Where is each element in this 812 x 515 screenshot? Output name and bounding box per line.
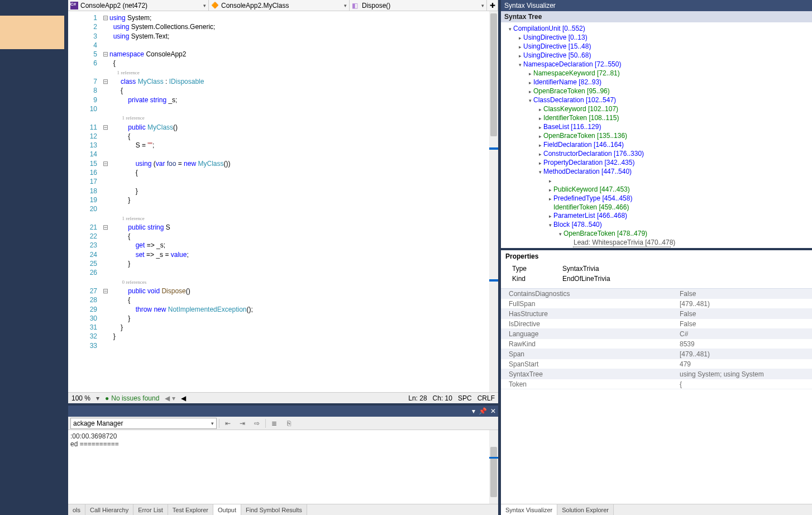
tree-node[interactable]: ▸PropertyDeclaration [342..435)	[502, 159, 811, 168]
close-icon[interactable]: ✕	[490, 407, 496, 415]
split-button[interactable]: ✚	[487, 0, 498, 11]
output-scrollbar[interactable]	[489, 430, 498, 504]
expander-icon[interactable]: ▸	[537, 159, 543, 168]
expander-icon[interactable]: ▸	[537, 115, 543, 123]
code-editor[interactable]: 1234567891011121314151617181920212223242…	[68, 11, 498, 392]
zoom-level[interactable]: 100 %	[71, 394, 90, 402]
property-row[interactable]: FullSpan[479..481)	[501, 299, 812, 309]
expander-icon[interactable]: ▸	[517, 34, 523, 42]
wrap-icon[interactable]: ⎘	[283, 418, 295, 429]
property-row[interactable]: Token{	[501, 379, 812, 389]
scroll-thumb[interactable]	[490, 13, 497, 136]
expander-icon[interactable]: ▸	[537, 141, 543, 150]
pin-icon[interactable]: 📌	[479, 407, 487, 415]
right-tab[interactable]: Syntax Visualizer	[501, 504, 557, 515]
property-row[interactable]: SpanStart479	[501, 359, 812, 369]
tree-node[interactable]: ▾ClassDeclaration [102..547)	[502, 96, 811, 105]
class-dropdown[interactable]: 🔶 ConsoleApp2.MyClass ▾	[209, 0, 350, 11]
tree-node[interactable]: ▸IdentifierName [82..93)	[502, 78, 811, 87]
tree-node[interactable]: ▸BaseList [116..129)	[502, 123, 811, 132]
property-row[interactable]: SyntaxTreeusing System; using System	[501, 369, 812, 379]
expander-icon[interactable]: ▾	[547, 221, 553, 230]
tree-node[interactable]: ▾MethodDeclaration [447..540)	[502, 168, 811, 177]
properties-summary: TypeSyntaxTriviaKindEndOfLineTrivia	[501, 263, 812, 288]
member-dropdown[interactable]: ◧ Dispose() ▾	[350, 0, 487, 11]
tree-node[interactable]: ▸UsingDirective [0..13)	[502, 34, 811, 42]
expander-icon[interactable]: ▸	[537, 106, 543, 114]
property-row[interactable]: HasStructureFalse	[501, 309, 812, 319]
property-row[interactable]: IsDirectiveFalse	[501, 319, 812, 329]
clear-icon[interactable]: ≣	[268, 418, 280, 429]
syntax-visualizer-panel: Syntax Visualizer Syntax Tree ▾Compilati…	[500, 0, 812, 515]
expander-icon[interactable]: ▾	[557, 230, 563, 239]
tree-node[interactable]: ▾NamespaceDeclaration [72..550)	[502, 60, 811, 69]
property-row[interactable]: LanguageC#	[501, 329, 812, 339]
properties-grid[interactable]: ContainsDiagnosticsFalseFullSpan[479..48…	[501, 288, 812, 504]
bottom-tab[interactable]: Find Symbol Results	[241, 504, 307, 515]
tree-node[interactable]: ▸PublicKeyword [447..453)	[502, 185, 811, 194]
expander-icon[interactable]: ▾	[537, 168, 543, 177]
tree-node[interactable]: Lead: WhitespaceTrivia [470..478)	[502, 239, 811, 247]
tree-node[interactable]: ▸NamespaceKeyword [72..81)	[502, 69, 811, 78]
right-tab[interactable]: Solution Explorer	[557, 504, 614, 515]
expander-icon[interactable]: ▸	[527, 88, 533, 96]
tree-node[interactable]: ▸	[502, 177, 811, 185]
tree-node[interactable]: ▸ParameterList [466..468)	[502, 212, 811, 221]
tree-node[interactable]: ▾OpenBraceToken [478..479)	[502, 230, 811, 239]
find-icon[interactable]: ⇨	[251, 418, 263, 429]
syntax-tree[interactable]: ▾CompilationUnit [0..552)▸UsingDirective…	[501, 22, 812, 248]
tree-node[interactable]: ▸IdentifierToken [108..115)	[502, 114, 811, 123]
output-source-combo[interactable]: ackage Manager▾	[70, 418, 217, 429]
expander-icon[interactable]: ▸	[517, 43, 523, 51]
expander-icon[interactable]: ▾	[527, 97, 533, 105]
tree-node[interactable]: ▾CompilationUnit [0..552)	[502, 25, 811, 34]
tree-node[interactable]: ▸PredefinedType [454..458)	[502, 194, 811, 203]
tree-node[interactable]: ▸UsingDirective [15..48)	[502, 42, 811, 51]
line-ending[interactable]: CRLF	[477, 394, 495, 402]
expander-icon[interactable]: ▸	[537, 150, 543, 159]
next-icon[interactable]: ⇥	[236, 418, 249, 429]
project-dropdown[interactable]: C# ConsoleApp2 (net472) ▾	[68, 0, 209, 11]
bottom-tabs: olsCall HierarchyError ListTest Explorer…	[68, 504, 498, 515]
expander-icon[interactable]: ▸	[547, 186, 553, 194]
prop-val: EndOfLineTrivia	[562, 275, 610, 283]
tree-node[interactable]: ▸OpenBraceToken [95..96)	[502, 87, 811, 96]
expander-icon[interactable]: ▸	[547, 195, 553, 203]
line-numbers: 1234567891011121314151617181920212223242…	[68, 11, 102, 392]
tree-node[interactable]: ▸FieldDeclaration [146..164)	[502, 141, 811, 150]
class-icon: 🔶	[211, 2, 219, 9]
issues-indicator[interactable]: ●No issues found	[105, 394, 159, 402]
expander-icon[interactable]: ▾	[507, 25, 513, 34]
expander-icon[interactable]: ▸	[527, 79, 533, 87]
property-row[interactable]: ContainsDiagnosticsFalse	[501, 289, 812, 299]
bottom-tab[interactable]: Output	[213, 504, 241, 515]
expander-icon[interactable]: ▸	[537, 132, 543, 141]
tree-node[interactable]: ▸ClassKeyword [102..107)	[502, 105, 811, 114]
project-name: ConsoleApp2 (net472)	[80, 2, 147, 9]
bottom-tab[interactable]: Error List	[133, 504, 168, 515]
expander-icon[interactable]: ▾	[517, 61, 523, 69]
tree-node[interactable]: ▾Block [478..540)	[502, 221, 811, 230]
tree-node[interactable]: ▸OpenBraceToken [135..136)	[502, 132, 811, 141]
expander-icon[interactable]: ▸	[547, 212, 553, 221]
tree-node[interactable]: IdentifierToken [459..466)	[502, 203, 811, 212]
prev-icon[interactable]: ⇤	[222, 418, 234, 429]
editor-scrollbar[interactable]	[489, 11, 498, 392]
expander-icon[interactable]: ▸	[547, 177, 553, 185]
bottom-tab[interactable]: Call Hierarchy	[85, 504, 133, 515]
expander-icon[interactable]: ▸	[527, 70, 533, 78]
bottom-tab[interactable]: ols	[68, 504, 85, 515]
code-area[interactable]: using System; using System.Collections.G…	[109, 11, 489, 392]
class-name: ConsoleApp2.MyClass	[221, 2, 289, 9]
expander-icon[interactable]: ▸	[517, 52, 523, 60]
tree-node[interactable]: ▸UsingDirective [50..68)	[502, 51, 811, 60]
property-row[interactable]: Span[479..481)	[501, 349, 812, 359]
dropdown-icon[interactable]: ▾	[472, 407, 475, 415]
expander-icon[interactable]: ▸	[537, 123, 543, 132]
fold-margin[interactable]: ⊟ ⊟ ⊟ ⊟ ⊟ ⊟ ⊟	[102, 11, 109, 392]
bottom-tab[interactable]: Test Explorer	[168, 504, 213, 515]
property-row[interactable]: RawKind8539	[501, 339, 812, 349]
output-text[interactable]: :00:00.3698720 ed ==========	[68, 430, 489, 504]
indent-mode[interactable]: SPC	[458, 394, 472, 402]
tree-node[interactable]: ▸ConstructorDeclaration [176..330)	[502, 150, 811, 159]
